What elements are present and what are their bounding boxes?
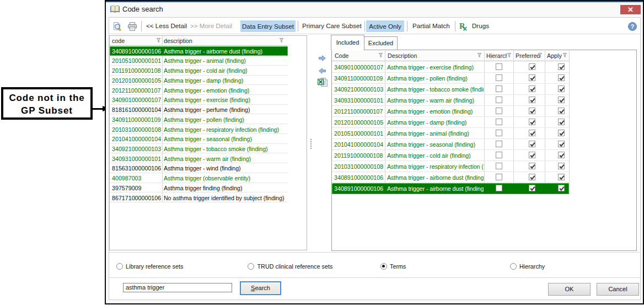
svg-text:R: R xyxy=(459,22,465,30)
